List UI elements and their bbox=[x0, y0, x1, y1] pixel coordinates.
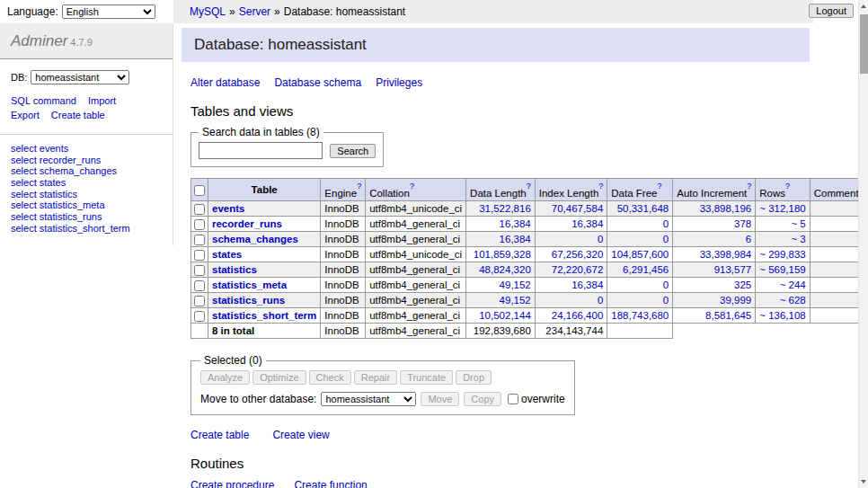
database-schema-link[interactable]: Database schema bbox=[274, 76, 361, 89]
sidebar-item-select-events[interactable]: select events bbox=[11, 143, 162, 155]
rows-count-link[interactable]: ~ 136,108 bbox=[759, 310, 805, 321]
data-free-link[interactable]: 50,331,648 bbox=[617, 203, 669, 214]
help-link[interactable]: ? bbox=[410, 182, 414, 191]
analyze-button[interactable]: Analyze bbox=[200, 370, 250, 385]
row-select-checkbox[interactable] bbox=[194, 235, 205, 245]
help-link[interactable]: ? bbox=[747, 182, 751, 191]
auto-increment-link[interactable]: 33,898,196 bbox=[700, 203, 752, 214]
rows-count-link[interactable]: ~ 244 bbox=[780, 279, 806, 290]
data-free-link[interactable]: 104,857,600 bbox=[611, 249, 669, 260]
data-length-link[interactable]: 101,859,328 bbox=[474, 249, 531, 260]
sidebar-link-sql-command[interactable]: SQL command bbox=[11, 95, 76, 106]
sidebar-link-export[interactable]: Export bbox=[11, 110, 40, 120]
data-length-link[interactable]: 48,824,320 bbox=[479, 264, 531, 275]
auto-increment-link[interactable]: 325 bbox=[734, 279, 751, 290]
create-procedure-link[interactable]: Create procedure bbox=[190, 479, 274, 488]
help-link[interactable]: ? bbox=[657, 182, 661, 191]
data-free-link[interactable]: 0 bbox=[663, 295, 669, 306]
index-length-link[interactable]: 24,166,400 bbox=[552, 310, 604, 321]
table-name-link[interactable]: schema_changes bbox=[212, 234, 298, 244]
index-length-link[interactable]: 0 bbox=[598, 295, 603, 306]
rows-count-link[interactable]: ~ 312,180 bbox=[759, 203, 805, 214]
table-name-link[interactable]: events bbox=[212, 203, 244, 214]
table-name-link[interactable]: statistics bbox=[212, 264, 257, 275]
data-length-link[interactable]: 49,152 bbox=[500, 279, 531, 290]
rows-count-link[interactable]: ~ 299,833 bbox=[759, 249, 805, 260]
sidebar-item-select-statistics-short-term[interactable]: select statistics_short_term bbox=[11, 223, 162, 235]
row-select-checkbox[interactable] bbox=[194, 296, 205, 306]
help-link[interactable]: ? bbox=[785, 182, 790, 191]
create-function-link[interactable]: Create function bbox=[294, 479, 367, 488]
auto-increment-link[interactable]: 378 bbox=[734, 218, 751, 229]
index-length-link[interactable]: 72,220,672 bbox=[552, 264, 604, 275]
privileges-link[interactable]: Privileges bbox=[376, 76, 422, 89]
index-length-link[interactable]: 16,384 bbox=[571, 279, 603, 290]
data-length-link[interactable]: 16,384 bbox=[500, 218, 531, 229]
search-input[interactable] bbox=[199, 142, 323, 159]
sidebar-item-select-statistics-runs[interactable]: select statistics_runs bbox=[11, 211, 162, 223]
create-view-link[interactable]: Create view bbox=[272, 429, 329, 441]
truncate-button[interactable]: Truncate bbox=[400, 370, 453, 385]
repair-button[interactable]: Repair bbox=[354, 370, 397, 385]
sidebar-item-select-statistics-meta[interactable]: select statistics_meta bbox=[11, 200, 162, 211]
auto-increment-link[interactable]: 33,398,984 bbox=[700, 249, 752, 260]
data-free-link[interactable]: 0 bbox=[663, 234, 669, 244]
row-select-checkbox[interactable] bbox=[194, 204, 205, 215]
data-length-link[interactable]: 10,502,144 bbox=[479, 310, 531, 321]
data-length-link[interactable]: 16,384 bbox=[500, 234, 531, 244]
breadcrumb-mysql-link[interactable]: MySQL bbox=[190, 5, 226, 18]
sidebar-item-select-schema-changes[interactable]: select schema_changes bbox=[11, 165, 162, 177]
rows-count-link[interactable]: ~ 5 bbox=[791, 218, 805, 229]
auto-increment-link[interactable]: 39,999 bbox=[720, 295, 751, 306]
row-select-checkbox[interactable] bbox=[194, 265, 205, 276]
sidebar-item-select-states[interactable]: select states bbox=[11, 177, 162, 189]
index-length-link[interactable]: 70,467,584 bbox=[552, 203, 604, 214]
auto-increment-link[interactable]: 6 bbox=[746, 234, 751, 244]
data-free-link[interactable]: 0 bbox=[663, 279, 669, 290]
move-database-select[interactable]: homeassistant bbox=[321, 392, 416, 406]
table-name-link[interactable]: statistics_runs bbox=[212, 295, 285, 306]
vertical-scrollbar[interactable] bbox=[858, 0, 868, 488]
sidebar-link-import[interactable]: Import bbox=[88, 95, 116, 106]
row-select-checkbox[interactable] bbox=[194, 250, 205, 261]
index-length-link[interactable]: 0 bbox=[598, 234, 603, 244]
row-select-checkbox[interactable] bbox=[194, 219, 205, 230]
scrollbar-down-arrow-icon[interactable] bbox=[859, 475, 868, 488]
table-name-link[interactable]: statistics_short_term bbox=[212, 310, 316, 321]
optimize-button[interactable]: Optimize bbox=[252, 370, 306, 385]
drop-button[interactable]: Drop bbox=[456, 370, 492, 385]
sidebar-link-create-table[interactable]: Create table bbox=[51, 110, 105, 120]
search-button[interactable]: Search bbox=[330, 144, 376, 158]
sidebar-item-select-recorder-runs[interactable]: select recorder_runs bbox=[11, 155, 162, 166]
row-select-checkbox[interactable] bbox=[194, 280, 205, 291]
overwrite-checkbox[interactable] bbox=[508, 394, 518, 404]
index-length-link[interactable]: 16,384 bbox=[571, 218, 603, 229]
breadcrumb-server-link[interactable]: Server bbox=[239, 5, 270, 18]
copy-button[interactable]: Copy bbox=[464, 392, 501, 406]
rows-count-link[interactable]: ~ 628 bbox=[780, 295, 806, 306]
language-select[interactable]: English bbox=[62, 4, 155, 19]
index-length-link[interactable]: 67,256,320 bbox=[552, 249, 604, 260]
alter-database-link[interactable]: Alter database bbox=[190, 76, 260, 89]
data-length-link[interactable]: 49,152 bbox=[500, 295, 531, 306]
help-link[interactable]: ? bbox=[357, 182, 361, 191]
table-name-link[interactable]: states bbox=[212, 249, 242, 260]
create-table-link[interactable]: Create table bbox=[190, 429, 249, 441]
data-free-link[interactable]: 188,743,680 bbox=[611, 310, 669, 321]
auto-increment-link[interactable]: 913,577 bbox=[714, 264, 752, 275]
db-select[interactable]: homeassistant bbox=[31, 70, 129, 84]
rows-count-link[interactable]: ~ 569,159 bbox=[759, 264, 805, 275]
data-free-link[interactable]: 0 bbox=[663, 218, 669, 229]
table-name-link[interactable]: statistics_meta bbox=[212, 279, 287, 290]
move-button[interactable]: Move bbox=[421, 392, 459, 406]
table-name-link[interactable]: recorder_runs bbox=[212, 218, 282, 229]
check-button[interactable]: Check bbox=[309, 370, 351, 385]
rows-count-link[interactable]: ~ 3 bbox=[791, 234, 805, 244]
select-all-checkbox[interactable] bbox=[194, 185, 205, 196]
row-select-checkbox[interactable] bbox=[194, 311, 205, 322]
data-length-link[interactable]: 31,522,816 bbox=[479, 203, 531, 214]
help-link[interactable]: ? bbox=[527, 182, 531, 191]
scrollbar-thumb[interactable] bbox=[860, 14, 868, 74]
sidebar-item-select-statistics[interactable]: select statistics bbox=[11, 189, 162, 200]
data-free-link[interactable]: 6,291,456 bbox=[623, 264, 669, 275]
